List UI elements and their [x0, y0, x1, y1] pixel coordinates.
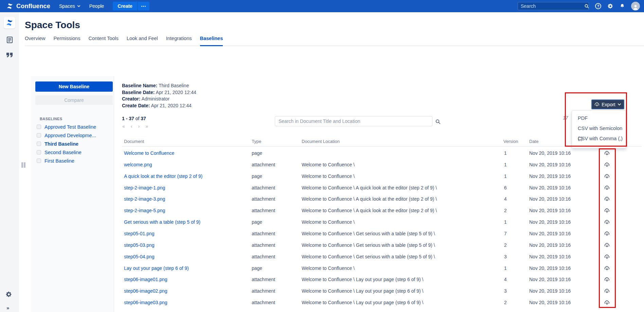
tab-content-tools[interactable]: Content Tools [88, 36, 118, 45]
avatar[interactable] [631, 2, 640, 11]
header-date[interactable]: Date [529, 139, 538, 144]
export-button[interactable]: Export [591, 99, 624, 109]
previous-page-button[interactable]: ‹ [131, 124, 132, 129]
baseline-item[interactable]: Approved Test Baseline [37, 123, 111, 131]
export-menu-item[interactable]: CSV with Comma (,) [572, 133, 626, 144]
document-link[interactable]: step-2-image-5.png [124, 208, 165, 213]
document-date: Nov 20, 2019 10:16 [529, 231, 571, 236]
export-menu-item[interactable]: PDF [572, 113, 626, 123]
cloud-download-icon[interactable] [604, 219, 610, 225]
header-version[interactable]: Version [503, 139, 518, 144]
header-type[interactable]: Type [252, 139, 261, 144]
header-document[interactable]: Document [124, 139, 144, 144]
document-date: Nov 20, 2019 10:16 [529, 265, 571, 271]
baseline-link[interactable]: Third Baseline [44, 141, 78, 147]
cloud-download-icon[interactable] [604, 288, 610, 294]
tab-baselines[interactable]: Baselines [200, 36, 223, 46]
header-document-location[interactable]: Document Location [302, 139, 340, 144]
nav-item-spaces[interactable]: Spaces [59, 3, 80, 9]
tab-look-and-feel[interactable]: Look and Feel [127, 36, 158, 45]
cloud-download-icon[interactable] [604, 277, 610, 282]
document-version: 3 [504, 288, 507, 294]
baseline-link[interactable]: Approved Developme... [44, 133, 96, 138]
detail-value: Administrator [142, 96, 169, 102]
cloud-download-icon[interactable] [604, 173, 610, 179]
last-page-button[interactable]: » [145, 124, 148, 129]
compare-button[interactable]: Compare [35, 95, 113, 105]
baseline-item[interactable]: First Baseline [37, 157, 111, 165]
document-link[interactable]: step06-image02.png [124, 288, 167, 294]
search-icon[interactable] [584, 4, 589, 9]
quotes-icon[interactable] [6, 52, 13, 58]
pages-icon[interactable] [6, 36, 13, 43]
document-location: Welcome to Confluence \ Get serious with… [302, 254, 435, 259]
table-search-icon[interactable] [435, 119, 441, 126]
confluence-brand[interactable]: Confluence [6, 2, 50, 10]
tab-integrations[interactable]: Integrations [166, 36, 192, 45]
cloud-download-icon[interactable] [604, 150, 610, 156]
expand-sidebar-icon[interactable]: » [6, 305, 9, 311]
cloud-download-icon[interactable] [604, 196, 610, 202]
cloud-download-icon[interactable] [604, 242, 610, 248]
baseline-checkbox[interactable] [37, 133, 41, 137]
table-row: step05-01.png attachment Welcome to Conf… [122, 228, 642, 239]
create-button[interactable]: Create [113, 2, 137, 11]
cloud-download-icon[interactable] [604, 162, 610, 167]
next-page-button[interactable]: › [138, 124, 140, 129]
document-link[interactable]: Lay out your page (step 6 of 9) [124, 265, 189, 271]
document-link[interactable]: Welcome to Confluence [124, 150, 174, 156]
document-link[interactable]: Get serious with a table (step 5 of 9) [124, 219, 200, 225]
document-link[interactable]: A quick look at the editor (step 2 of 9) [124, 173, 202, 179]
document-type: attachment [252, 288, 275, 294]
gear-icon[interactable] [607, 3, 613, 9]
document-link[interactable]: step-2-image-1.png [124, 185, 165, 190]
document-version: 1 [504, 150, 507, 156]
create-more-button[interactable] [137, 2, 149, 11]
space-logo-tile[interactable] [4, 17, 15, 29]
export-menu-item[interactable]: CSV with Semicolon (;) [572, 123, 626, 133]
tab-permissions[interactable]: Permissions [53, 36, 80, 45]
document-link[interactable]: step05-04.png [124, 254, 155, 259]
baseline-checkbox[interactable] [37, 125, 41, 129]
first-page-button[interactable]: « [122, 124, 125, 129]
cloud-download-icon[interactable] [604, 208, 610, 213]
document-location: Welcome to Confluence \ Lay out your pag… [302, 288, 424, 294]
document-link[interactable]: step-2-image-3.png [124, 196, 165, 202]
baseline-item[interactable]: Approved Developme... [37, 131, 111, 140]
document-link[interactable]: step06-image01.png [124, 277, 167, 282]
cloud-download-icon[interactable] [604, 254, 610, 259]
baseline-checkbox[interactable] [37, 159, 41, 163]
document-search-input[interactable] [275, 116, 432, 126]
bell-icon[interactable] [620, 3, 625, 9]
baseline-link[interactable]: Second Baseline [44, 150, 82, 155]
detail-value: Third Baseline [159, 83, 189, 88]
sidebar-resize-handle[interactable] [21, 162, 25, 168]
results-count: 1 - 37 of 37 [122, 116, 146, 121]
baseline-checkbox[interactable] [37, 142, 41, 146]
baseline-link[interactable]: First Baseline [44, 158, 74, 164]
results-of: of [136, 116, 140, 121]
document-link[interactable]: step05-03.png [124, 242, 155, 248]
baseline-checkbox[interactable] [37, 150, 41, 154]
baseline-link[interactable]: Approved Test Baseline [44, 124, 96, 130]
document-link[interactable]: welcome.png [124, 162, 152, 167]
cloud-download-icon[interactable] [604, 265, 610, 271]
create-button-group: Create [113, 2, 149, 11]
tab-overview[interactable]: Overview [25, 36, 45, 45]
baseline-item[interactable]: Third Baseline [37, 140, 111, 148]
help-icon[interactable]: ? [595, 3, 601, 9]
cloud-download-icon[interactable] [604, 185, 610, 190]
pagination: «‹›» [122, 124, 148, 129]
document-link[interactable]: step05-01.png [124, 231, 155, 236]
space-tools-tabs: OverviewPermissionsContent ToolsLook and… [25, 36, 644, 46]
new-baseline-button[interactable]: New Baseline [35, 81, 113, 92]
space-settings-gear-icon[interactable] [5, 291, 12, 298]
nav-search-box[interactable] [518, 2, 589, 10]
baseline-item[interactable]: Second Baseline [37, 148, 111, 157]
nav-search-input[interactable] [521, 3, 582, 9]
cloud-download-icon[interactable] [604, 300, 610, 305]
document-link[interactable]: step06-image03.png [124, 300, 167, 305]
nav-item-people[interactable]: People [89, 3, 104, 9]
document-date: Nov 20, 2019 10:16 [529, 162, 571, 167]
cloud-download-icon[interactable] [604, 231, 610, 236]
